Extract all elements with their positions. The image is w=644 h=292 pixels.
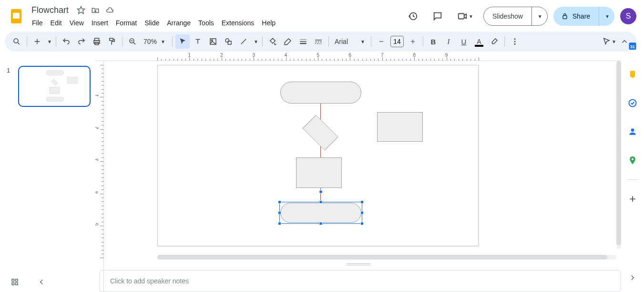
decrease-font-size[interactable] (374, 34, 388, 49)
notes-splitter[interactable] (347, 263, 370, 265)
resize-handle-n[interactable] (319, 200, 323, 204)
mode-button[interactable]: ▼ (602, 34, 616, 49)
resize-handle-nw[interactable] (278, 200, 281, 204)
print-button[interactable] (90, 34, 104, 49)
border-weight-button[interactable] (296, 34, 310, 49)
slide-canvas[interactable] (157, 65, 479, 246)
font-size-input[interactable] (390, 36, 404, 47)
bottom-left-controls (9, 276, 48, 288)
menu-arrange[interactable]: Arrange (164, 17, 194, 29)
more-options-button[interactable] (508, 34, 522, 49)
menu-tools[interactable]: Tools (195, 17, 217, 29)
doc-title[interactable]: Flowchart (29, 4, 72, 16)
star-icon[interactable] (76, 5, 86, 15)
highlight-color-button[interactable] (487, 34, 501, 49)
vertical-scrollbar-thumb[interactable] (616, 61, 621, 245)
resize-handle-e[interactable] (360, 211, 364, 215)
ruler-horizontal[interactable]: 123456789 (95, 52, 621, 61)
fill-color-button[interactable] (266, 34, 280, 49)
meet-icon[interactable]: ▼ (453, 7, 478, 26)
keep-icon[interactable] (623, 65, 642, 84)
svg-rect-5 (563, 16, 567, 19)
search-menus-button[interactable] (10, 34, 24, 49)
shape-process-center[interactable] (296, 157, 342, 188)
hide-side-panel-button[interactable] (623, 268, 642, 287)
comments-icon[interactable] (428, 7, 447, 26)
account-avatar[interactable]: S (620, 8, 636, 24)
font-select[interactable]: Arial▼ (332, 38, 368, 45)
slideshow-button[interactable]: Slideshow (484, 7, 532, 25)
slide-thumbnail-1[interactable] (18, 66, 91, 107)
svg-rect-31 (16, 279, 18, 282)
border-color-button[interactable] (281, 34, 295, 49)
resize-handle-sw[interactable] (278, 222, 281, 225)
bold-button[interactable]: B (426, 34, 440, 49)
menu-bar: File Edit View Insert Format Slide Arran… (29, 17, 403, 29)
menu-format[interactable]: Format (112, 17, 140, 29)
paint-format-button[interactable] (105, 34, 119, 49)
image-tool[interactable] (206, 34, 220, 49)
collapse-filmstrip-button[interactable] (35, 276, 48, 288)
select-tool[interactable] (175, 34, 190, 49)
calendar-icon[interactable]: 31 (623, 36, 642, 55)
line-tool[interactable] (236, 34, 251, 49)
slides-logo[interactable] (8, 8, 25, 25)
zoom-select[interactable]: 70%▼ (141, 38, 169, 45)
share-dropdown[interactable]: ▼ (599, 7, 614, 26)
cloud-status-icon[interactable] (105, 5, 114, 15)
underline-button[interactable]: U (457, 34, 471, 49)
zoom-out-button[interactable] (125, 34, 140, 49)
shape-decision[interactable] (305, 117, 336, 148)
horizontal-scrollbar-thumb[interactable] (157, 255, 607, 260)
menu-edit[interactable]: Edit (47, 17, 65, 29)
italic-button[interactable]: I (441, 34, 456, 49)
resize-handle-ne[interactable] (360, 200, 364, 204)
svg-rect-20 (315, 42, 317, 42)
increase-font-size[interactable] (406, 34, 420, 49)
textbox-tool[interactable] (191, 34, 205, 49)
shape-process-right[interactable] (377, 112, 423, 142)
canvas-viewport[interactable] (104, 61, 621, 254)
menu-insert[interactable]: Insert (88, 17, 112, 29)
main-area: 1 123456789 12345 (0, 52, 621, 292)
menu-slide[interactable]: Slide (141, 17, 163, 29)
move-icon[interactable] (91, 5, 100, 15)
grid-view-button[interactable] (9, 276, 21, 288)
history-icon[interactable] (403, 7, 422, 26)
shape-terminator-start[interactable] (280, 82, 361, 104)
border-dash-button[interactable] (311, 34, 326, 49)
speaker-notes[interactable]: Click to add speaker notes (99, 270, 621, 292)
menu-view[interactable]: View (66, 17, 87, 29)
line-dropdown[interactable]: ▼ (252, 34, 259, 49)
svg-point-14 (225, 39, 229, 42)
get-addons-button[interactable] (623, 189, 642, 209)
new-slide-dropdown[interactable]: ▼ (45, 34, 53, 49)
menu-help[interactable]: Help (258, 17, 279, 29)
slideshow-dropdown[interactable]: ▼ (532, 7, 547, 25)
font-name: Arial (335, 38, 348, 45)
maps-icon[interactable] (623, 151, 642, 170)
rotate-handle[interactable] (319, 190, 323, 194)
share-button[interactable]: Share (553, 7, 599, 26)
undo-button[interactable] (59, 34, 73, 49)
shape-tool[interactable] (221, 34, 235, 49)
resize-handle-se[interactable] (360, 222, 364, 225)
share-split: Share ▼ (553, 7, 614, 26)
zoom-value: 70% (143, 38, 157, 45)
resize-handle-w[interactable] (278, 211, 281, 215)
horizontal-scrollbar[interactable] (157, 255, 616, 260)
resize-handle-s[interactable] (319, 222, 323, 225)
tasks-icon[interactable] (623, 94, 642, 113)
contacts-icon[interactable] (623, 122, 642, 141)
text-color-button[interactable]: A (472, 34, 486, 49)
ruler-v-label: 1 (95, 94, 99, 97)
redo-button[interactable] (74, 34, 89, 49)
toolbar-container: ▼ 70%▼ ▼ Arial▼ B I U A ▼ (0, 29, 644, 52)
vertical-scrollbar[interactable] (616, 61, 621, 249)
menu-extensions[interactable]: Extensions (218, 17, 257, 29)
svg-point-38 (632, 158, 634, 160)
doc-info: Flowchart File Edit View Insert Format S… (29, 4, 403, 29)
new-slide-button[interactable] (30, 34, 44, 49)
ruler-vertical[interactable]: 12345 (95, 61, 104, 292)
menu-file[interactable]: File (29, 17, 46, 29)
